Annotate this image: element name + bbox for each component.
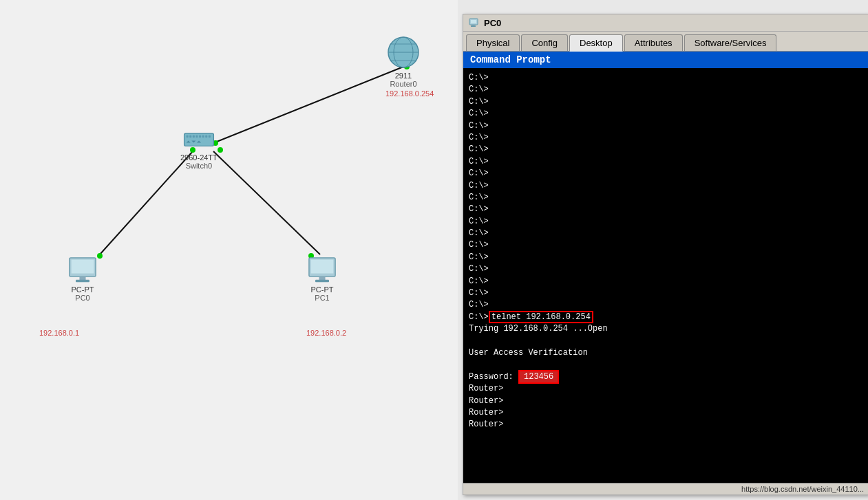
svg-rect-22: [209, 135, 211, 138]
window-content: Command Prompt C:\> C:\> C:\> C:\> C:\> …: [463, 52, 868, 483]
cmd-line-18: C:\>: [469, 276, 862, 287]
cmd-line-10: C:\>: [469, 180, 862, 192]
tab-desktop[interactable]: Desktop: [569, 34, 623, 52]
cmd-prompt-header: Command Prompt: [463, 52, 868, 68]
window-title-icon: [469, 17, 480, 28]
tab-config[interactable]: Config: [521, 34, 568, 51]
svg-line-0: [210, 65, 407, 144]
svg-rect-35: [471, 20, 476, 23]
pc0-ip: 192.168.0.1: [39, 329, 79, 337]
tab-attributes[interactable]: Attributes: [624, 34, 683, 51]
pc1-ip: 192.168.0.2: [306, 329, 346, 337]
router-ip: 192.168.0.254: [385, 89, 434, 98]
cmd-line-13: C:\>: [469, 216, 862, 228]
svg-rect-31: [311, 260, 334, 274]
cmd-line-19: C:\>: [469, 287, 862, 299]
pc0-window: PC0 Physical Config Desktop Attributes S…: [463, 14, 868, 495]
pc0-label: PC-PT: [72, 285, 94, 294]
svg-rect-29: [76, 280, 89, 283]
cmd-line-4: C:\>: [469, 108, 862, 120]
svg-rect-16: [189, 135, 191, 138]
pc0-sublabel: PC0: [75, 294, 89, 302]
cmd-password: Password: 123456: [469, 371, 862, 383]
tab-physical[interactable]: Physical: [466, 34, 520, 51]
svg-rect-14: [184, 133, 213, 146]
pc1-sublabel: PC1: [315, 294, 329, 302]
cmd-line-3: C:\>: [469, 96, 862, 108]
svg-rect-37: [471, 25, 476, 27]
switch-device: 2960-24TT Switch0: [180, 127, 218, 170]
router-label: 2911: [395, 72, 412, 80]
cmd-line-12: C:\>: [469, 204, 862, 215]
cmd-line-8: C:\>: [469, 156, 862, 168]
cmd-router-4: Router>: [469, 419, 862, 431]
cmd-uav: User Access Verification: [469, 347, 862, 359]
svg-rect-21: [205, 135, 207, 138]
cmd-telnet: C:\>telnet 192.168.0.254: [469, 312, 862, 323]
cmd-line-14: C:\>: [469, 228, 862, 239]
router-device: 2911 Router0: [385, 34, 421, 88]
svg-rect-17: [193, 135, 195, 138]
telnet-command-highlight: telnet 192.168.0.254: [489, 311, 593, 323]
svg-rect-18: [195, 135, 198, 138]
window-titlebar: PC0: [463, 14, 868, 32]
svg-rect-15: [187, 135, 189, 138]
router-sublabel: Router0: [390, 80, 416, 88]
status-bar: https://blog.csdn.net/weixin_44110...: [463, 483, 868, 494]
cmd-line-7: C:\>: [469, 144, 862, 155]
tab-software[interactable]: Software/Services: [684, 34, 777, 51]
topology-area: 2911 Router0 192.168.0.254 2960-24TT Swi…: [0, 0, 458, 500]
password-value: 123456: [518, 370, 559, 384]
switch-icon: [183, 127, 215, 152]
pc0-device: PC-PT PC0: [67, 257, 98, 302]
cmd-trying: Trying 192.168.0.254 ...Open: [469, 323, 862, 335]
cmd-prompt-body[interactable]: C:\> C:\> C:\> C:\> C:\> C:\> C:\> C:\> …: [463, 68, 868, 483]
cmd-line-9: C:\>: [469, 168, 862, 180]
pc0-icon: [67, 257, 98, 284]
cmd-line-5: C:\>: [469, 120, 862, 132]
switch-sublabel: Switch0: [186, 162, 213, 170]
svg-rect-33: [315, 280, 329, 283]
svg-line-1: [100, 151, 193, 254]
router-icon: [385, 34, 421, 70]
cmd-blank2: [469, 336, 862, 347]
cmd-router-1: Router>: [469, 383, 862, 395]
cmd-router-2: Router>: [469, 395, 862, 407]
cmd-line-20: C:\>: [469, 299, 862, 311]
svg-rect-27: [72, 260, 94, 274]
cmd-router-3: Router>: [469, 407, 862, 419]
svg-rect-20: [202, 135, 204, 138]
cmd-line-15: C:\>: [469, 239, 862, 251]
status-url: https://blog.csdn.net/weixin_44110...: [741, 485, 864, 493]
window-tabs: Physical Config Desktop Attributes Softw…: [463, 32, 868, 52]
svg-rect-19: [199, 135, 201, 138]
cmd-line-6: C:\>: [469, 132, 862, 144]
cmd-line-1: C:\>: [469, 72, 862, 84]
pc1-icon: [306, 257, 338, 284]
window-title: PC0: [484, 18, 501, 28]
pc1-device: PC-PT PC1: [306, 257, 338, 302]
cmd-line-2: C:\>: [469, 84, 862, 96]
svg-point-6: [218, 147, 223, 153]
switch-label: 2960-24TT: [180, 153, 218, 162]
svg-line-2: [213, 151, 320, 254]
cmd-line-17: C:\>: [469, 263, 862, 275]
cmd-line-11: C:\>: [469, 192, 862, 204]
pc1-label: PC-PT: [311, 285, 334, 294]
cmd-line-16: C:\>: [469, 252, 862, 263]
